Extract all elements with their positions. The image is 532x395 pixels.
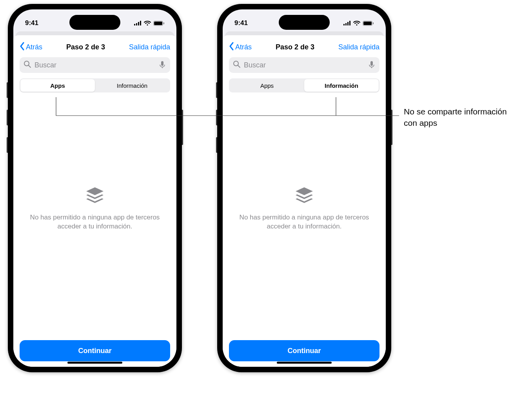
stack-icon: [294, 186, 314, 206]
segmented-control[interactable]: Apps Información: [20, 78, 170, 92]
stack-icon: [85, 186, 105, 206]
svg-point-20: [234, 61, 238, 66]
quick-exit-button[interactable]: Salida rápida: [129, 43, 170, 51]
mic-icon[interactable]: [158, 60, 166, 70]
search-placeholder: Buscar: [34, 61, 56, 69]
empty-state-text: No has permitido a ninguna app de tercer…: [238, 213, 371, 231]
home-indicator[interactable]: [67, 362, 122, 364]
battery-icon: [153, 21, 165, 26]
empty-state: No has permitido a ninguna app de tercer…: [229, 92, 379, 340]
status-time: 9:41: [234, 19, 248, 27]
tab-apps[interactable]: Apps: [230, 79, 304, 92]
back-label: Atrás: [26, 43, 42, 51]
svg-rect-2: [138, 22, 139, 25]
segmented-control[interactable]: Apps Información: [229, 78, 379, 92]
callout-text: No se comparte información con apps: [404, 106, 521, 129]
svg-rect-15: [349, 21, 350, 25]
nav-title: Paso 2 de 3: [276, 43, 314, 51]
modal-sheet: Atrás Paso 2 de 3 Salida rápida Buscar A…: [13, 35, 176, 367]
svg-rect-7: [163, 22, 164, 24]
svg-rect-19: [373, 22, 374, 24]
chevron-left-icon: [229, 42, 234, 53]
svg-rect-14: [347, 22, 349, 25]
nav-bar: Atrás Paso 2 de 3 Salida rápida: [20, 35, 170, 56]
nav-title: Paso 2 de 3: [66, 43, 105, 51]
status-time: 9:41: [25, 19, 38, 27]
wifi-icon: [353, 21, 360, 25]
search-input[interactable]: Buscar: [20, 57, 170, 73]
tab-information[interactable]: Información: [304, 79, 379, 92]
cellular-signal-icon: [134, 21, 142, 25]
continue-button[interactable]: Continuar: [229, 340, 379, 361]
back-label: Atrás: [235, 43, 252, 51]
svg-rect-18: [363, 22, 372, 25]
svg-rect-3: [140, 21, 141, 25]
modal-sheet: Atrás Paso 2 de 3 Salida rápida Buscar A…: [223, 35, 386, 367]
search-icon: [233, 60, 241, 70]
svg-point-8: [24, 61, 29, 66]
search-placeholder: Buscar: [244, 61, 266, 69]
search-icon: [24, 60, 31, 70]
phone-screen: 9:41 Atrás Paso 2 de 3: [223, 9, 386, 367]
svg-rect-1: [136, 23, 137, 25]
mic-icon[interactable]: [368, 60, 376, 70]
phone-frame: 9:41 Atrás Paso 2 de 3: [8, 4, 182, 372]
quick-exit-button[interactable]: Salida rápida: [338, 43, 379, 51]
dynamic-island: [279, 15, 330, 30]
wifi-icon: [144, 21, 151, 25]
tab-information[interactable]: Información: [95, 79, 169, 92]
svg-rect-6: [154, 22, 162, 25]
svg-rect-12: [343, 24, 345, 25]
search-input[interactable]: Buscar: [229, 57, 379, 73]
svg-line-9: [29, 65, 31, 67]
svg-rect-0: [134, 24, 135, 25]
battery-icon: [363, 21, 374, 26]
back-button[interactable]: Atrás: [229, 42, 252, 53]
chevron-left-icon: [20, 42, 25, 53]
cellular-signal-icon: [343, 21, 351, 25]
empty-state-text: No has permitido a ninguna app de tercer…: [28, 213, 162, 231]
svg-rect-13: [345, 23, 347, 25]
svg-point-16: [356, 24, 357, 25]
tab-apps[interactable]: Apps: [20, 79, 95, 92]
svg-rect-22: [370, 61, 373, 66]
back-button[interactable]: Atrás: [20, 42, 42, 53]
svg-rect-10: [161, 61, 163, 66]
nav-bar: Atrás Paso 2 de 3 Salida rápida: [229, 35, 379, 56]
empty-state: No has permitido a ninguna app de tercer…: [20, 92, 170, 340]
continue-button[interactable]: Continuar: [20, 340, 170, 361]
dynamic-island: [69, 15, 120, 30]
home-indicator[interactable]: [277, 362, 332, 364]
phone-frame: 9:41 Atrás Paso 2 de 3: [217, 4, 391, 372]
svg-point-4: [147, 24, 148, 25]
phone-screen: 9:41 Atrás Paso 2 de 3: [13, 9, 176, 367]
svg-line-21: [238, 65, 240, 67]
